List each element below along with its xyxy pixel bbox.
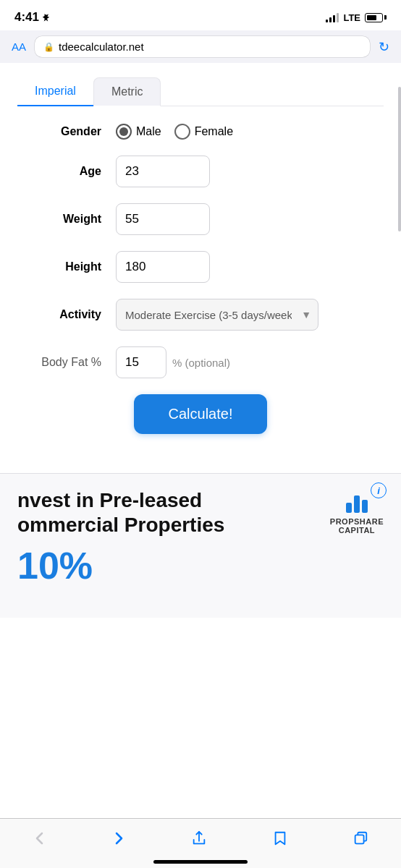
age-input[interactable] — [116, 156, 210, 187]
status-time: 4:41 — [14, 10, 51, 25]
bodyfat-row: Body Fat % % (optional) — [22, 346, 379, 378]
aa-button[interactable]: AA — [12, 41, 26, 53]
activity-label: Activity — [22, 308, 101, 321]
tab-imperial[interactable]: Imperial — [17, 77, 93, 106]
ad-headline-1: nvest in Pre-leased — [17, 488, 330, 513]
ad-text-area: nvest in Pre-leased ommercial Properties… — [17, 488, 330, 587]
ad-percent: 10% — [17, 544, 330, 587]
bodyfat-right: % (optional) — [116, 346, 230, 378]
forward-icon — [111, 831, 126, 846]
female-option[interactable]: Female — [174, 124, 233, 140]
bodyfat-input[interactable] — [116, 346, 166, 378]
svg-marker-0 — [43, 14, 50, 21]
bookmarks-button[interactable] — [258, 826, 303, 851]
weight-input[interactable] — [116, 203, 210, 235]
ad-area: i nvest in Pre-leased ommercial Properti… — [0, 473, 401, 618]
battery-icon — [365, 13, 387, 22]
weight-label: Weight — [22, 213, 101, 226]
tab-metric[interactable]: Metric — [93, 77, 161, 106]
status-bar: 4:41 LTE — [0, 0, 401, 30]
calculate-btn-row: Calculate! — [22, 394, 379, 434]
age-row: Age — [22, 156, 379, 187]
time-label: 4:41 — [14, 10, 39, 25]
ad-logo-area: PROPSHARE CAPITAL — [330, 495, 384, 535]
forward-button[interactable] — [97, 827, 140, 850]
female-radio[interactable] — [174, 124, 190, 140]
tabs-button[interactable] — [338, 826, 383, 851]
height-row: Height — [22, 251, 379, 283]
url-text: tdeecalculator.net — [59, 41, 144, 53]
main-content: Imperial Metric Gender Male Female — [0, 77, 401, 473]
bookmarks-icon — [272, 830, 288, 846]
form-container: Gender Male Female Age Weight — [0, 106, 401, 473]
gender-label: Gender — [22, 125, 101, 138]
weight-row: Weight — [22, 203, 379, 235]
tabs-container: Imperial Metric — [17, 77, 384, 106]
svg-rect-2 — [355, 835, 364, 843]
male-option[interactable]: Male — [116, 124, 161, 140]
ad-info-icon[interactable]: i — [371, 482, 387, 498]
signal-icon — [326, 12, 339, 22]
gender-row: Gender Male Female — [22, 124, 379, 140]
ad-logo-name-2: CAPITAL — [339, 526, 375, 535]
calculate-button[interactable]: Calculate! — [134, 394, 268, 434]
bodyfat-optional-text: % (optional) — [172, 357, 230, 369]
bodyfat-label: Body Fat % — [22, 356, 101, 369]
back-button[interactable] — [18, 827, 62, 850]
location-icon — [42, 13, 51, 22]
url-bar[interactable]: 🔒 tdeecalculator.net — [35, 36, 370, 57]
refresh-button[interactable]: ↻ — [379, 39, 389, 55]
browser-bar: AA 🔒 tdeecalculator.net ↻ — [0, 30, 401, 63]
activity-select-wrapper: Sedentary (little or no exercise) Light … — [116, 299, 318, 331]
ad-headline-2: ommercial Properties — [17, 513, 330, 537]
scrollbar[interactable] — [398, 87, 401, 231]
lte-label: LTE — [343, 12, 360, 23]
activity-row: Activity Sedentary (little or no exercis… — [22, 299, 379, 331]
status-icons: LTE — [326, 12, 387, 23]
lock-icon: 🔒 — [43, 42, 54, 52]
height-input[interactable] — [116, 251, 210, 283]
activity-select[interactable]: Sedentary (little or no exercise) Light … — [116, 299, 318, 331]
back-icon — [33, 831, 47, 846]
height-label: Height — [22, 260, 101, 273]
gender-options: Male Female — [116, 124, 233, 140]
male-radio[interactable] — [116, 124, 132, 140]
ad-logo-name-1: PROPSHARE — [330, 517, 384, 526]
tabs-icon — [353, 830, 368, 846]
ad-logo-icon — [346, 495, 368, 513]
ad-content: nvest in Pre-leased ommercial Properties… — [17, 488, 384, 587]
age-label: Age — [22, 165, 101, 178]
share-button[interactable] — [177, 826, 221, 851]
home-indicator — [153, 860, 248, 864]
share-icon — [191, 830, 207, 846]
